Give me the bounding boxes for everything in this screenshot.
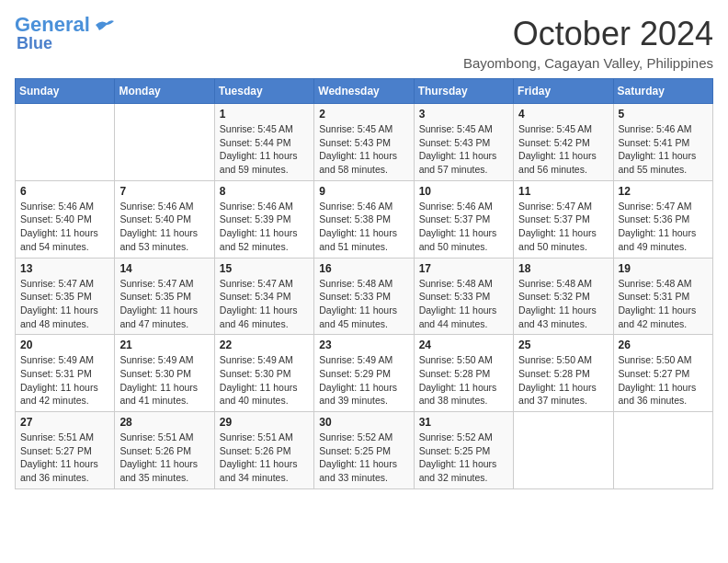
day-detail: Sunrise: 5:48 AMSunset: 5:31 PMDaylight:… (619, 277, 708, 331)
logo-blue-text: Blue (17, 35, 52, 52)
day-detail: Sunrise: 5:47 AMSunset: 5:35 PMDaylight:… (119, 277, 209, 331)
day-number: 28 (119, 416, 209, 429)
calendar-cell (16, 104, 115, 181)
day-number: 13 (20, 262, 109, 275)
calendar-cell: 2Sunrise: 5:45 AMSunset: 5:43 PMDaylight… (314, 104, 414, 181)
calendar-week-row: 6Sunrise: 5:46 AMSunset: 5:40 PMDaylight… (16, 180, 713, 258)
col-thursday: Thursday (414, 79, 513, 104)
day-number: 14 (119, 262, 209, 275)
logo: General Blue (15, 15, 114, 52)
calendar-cell: 31Sunrise: 5:52 AMSunset: 5:25 PMDayligh… (414, 412, 513, 489)
calendar-week-row: 20Sunrise: 5:49 AMSunset: 5:31 PMDayligh… (16, 335, 713, 412)
col-monday: Monday (115, 79, 214, 104)
day-number: 30 (319, 416, 408, 429)
day-detail: Sunrise: 5:48 AMSunset: 5:32 PMDaylight:… (518, 277, 608, 331)
day-number: 23 (319, 339, 408, 351)
calendar-cell: 20Sunrise: 5:49 AMSunset: 5:31 PMDayligh… (16, 335, 115, 412)
calendar-cell: 12Sunrise: 5:47 AMSunset: 5:36 PMDayligh… (613, 180, 712, 258)
day-detail: Sunrise: 5:46 AMSunset: 5:40 PMDaylight:… (119, 200, 209, 254)
calendar-cell: 11Sunrise: 5:47 AMSunset: 5:37 PMDayligh… (514, 180, 613, 258)
day-detail: Sunrise: 5:48 AMSunset: 5:33 PMDaylight:… (419, 277, 508, 331)
day-detail: Sunrise: 5:51 AMSunset: 5:26 PMDaylight:… (220, 431, 309, 485)
day-number: 26 (619, 339, 708, 351)
day-number: 15 (220, 262, 309, 275)
day-detail: Sunrise: 5:46 AMSunset: 5:41 PMDaylight:… (619, 122, 708, 177)
calendar-cell: 14Sunrise: 5:47 AMSunset: 5:35 PMDayligh… (115, 258, 214, 335)
day-detail: Sunrise: 5:48 AMSunset: 5:33 PMDaylight:… (319, 277, 408, 331)
day-number: 10 (419, 185, 508, 198)
day-detail: Sunrise: 5:47 AMSunset: 5:37 PMDaylight:… (518, 200, 608, 254)
calendar-cell (613, 412, 712, 489)
day-detail: Sunrise: 5:46 AMSunset: 5:38 PMDaylight:… (319, 200, 408, 254)
location-text: Bayombong, Cagayan Valley, Philippines (463, 55, 713, 71)
calendar-cell: 21Sunrise: 5:49 AMSunset: 5:30 PMDayligh… (115, 335, 214, 412)
calendar-cell: 16Sunrise: 5:48 AMSunset: 5:33 PMDayligh… (314, 258, 414, 335)
logo-bird-icon (94, 17, 114, 32)
day-number: 5 (619, 108, 708, 121)
calendar-cell: 23Sunrise: 5:49 AMSunset: 5:29 PMDayligh… (314, 335, 414, 412)
day-number: 2 (319, 108, 408, 121)
day-detail: Sunrise: 5:45 AMSunset: 5:44 PMDaylight:… (220, 122, 309, 177)
calendar-cell: 17Sunrise: 5:48 AMSunset: 5:33 PMDayligh… (414, 258, 513, 335)
day-detail: Sunrise: 5:50 AMSunset: 5:28 PMDaylight:… (419, 353, 508, 408)
calendar-cell (514, 412, 613, 489)
day-number: 27 (20, 416, 109, 429)
day-number: 4 (518, 108, 608, 121)
calendar-cell: 30Sunrise: 5:52 AMSunset: 5:25 PMDayligh… (314, 412, 414, 489)
calendar-table: Sunday Monday Tuesday Wednesday Thursday… (15, 78, 713, 489)
calendar-cell: 13Sunrise: 5:47 AMSunset: 5:35 PMDayligh… (16, 258, 115, 335)
day-number: 25 (518, 339, 608, 351)
day-number: 11 (518, 185, 608, 198)
calendar-cell: 4Sunrise: 5:45 AMSunset: 5:42 PMDaylight… (514, 104, 613, 181)
day-number: 20 (20, 339, 109, 351)
day-number: 9 (319, 185, 408, 198)
calendar-cell: 5Sunrise: 5:46 AMSunset: 5:41 PMDaylight… (613, 104, 712, 181)
day-detail: Sunrise: 5:51 AMSunset: 5:27 PMDaylight:… (20, 431, 109, 485)
col-sunday: Sunday (16, 79, 115, 104)
col-saturday: Saturday (613, 79, 712, 104)
calendar-cell: 24Sunrise: 5:50 AMSunset: 5:28 PMDayligh… (414, 335, 513, 412)
calendar-cell: 6Sunrise: 5:46 AMSunset: 5:40 PMDaylight… (16, 180, 115, 258)
calendar-cell: 29Sunrise: 5:51 AMSunset: 5:26 PMDayligh… (214, 412, 313, 489)
day-number: 21 (119, 339, 209, 351)
day-number: 24 (419, 339, 508, 351)
calendar-week-row: 1Sunrise: 5:45 AMSunset: 5:44 PMDaylight… (16, 104, 713, 181)
title-section: October 2024 Bayombong, Cagayan Valley, … (463, 15, 713, 71)
calendar-week-row: 27Sunrise: 5:51 AMSunset: 5:27 PMDayligh… (16, 412, 713, 489)
page-header: General Blue October 2024 Bayombong, Cag… (15, 15, 713, 71)
calendar-cell: 19Sunrise: 5:48 AMSunset: 5:31 PMDayligh… (613, 258, 712, 335)
day-detail: Sunrise: 5:45 AMSunset: 5:42 PMDaylight:… (518, 122, 608, 177)
day-detail: Sunrise: 5:46 AMSunset: 5:39 PMDaylight:… (220, 200, 309, 254)
day-number: 18 (518, 262, 608, 275)
day-number: 8 (220, 185, 309, 198)
calendar-cell: 10Sunrise: 5:46 AMSunset: 5:37 PMDayligh… (414, 180, 513, 258)
col-tuesday: Tuesday (214, 79, 313, 104)
calendar-week-row: 13Sunrise: 5:47 AMSunset: 5:35 PMDayligh… (16, 258, 713, 335)
day-detail: Sunrise: 5:45 AMSunset: 5:43 PMDaylight:… (319, 122, 408, 177)
calendar-cell: 15Sunrise: 5:47 AMSunset: 5:34 PMDayligh… (214, 258, 313, 335)
col-wednesday: Wednesday (314, 79, 414, 104)
day-detail: Sunrise: 5:50 AMSunset: 5:28 PMDaylight:… (518, 353, 608, 408)
day-detail: Sunrise: 5:52 AMSunset: 5:25 PMDaylight:… (419, 431, 508, 485)
calendar-cell: 25Sunrise: 5:50 AMSunset: 5:28 PMDayligh… (514, 335, 613, 412)
day-detail: Sunrise: 5:49 AMSunset: 5:29 PMDaylight:… (319, 353, 408, 408)
calendar-cell: 18Sunrise: 5:48 AMSunset: 5:32 PMDayligh… (514, 258, 613, 335)
logo-text: General (15, 15, 90, 35)
day-number: 12 (619, 185, 708, 198)
calendar-cell: 27Sunrise: 5:51 AMSunset: 5:27 PMDayligh… (16, 412, 115, 489)
day-number: 17 (419, 262, 508, 275)
calendar-header-row: Sunday Monday Tuesday Wednesday Thursday… (16, 79, 713, 104)
day-number: 22 (220, 339, 309, 351)
day-detail: Sunrise: 5:47 AMSunset: 5:36 PMDaylight:… (619, 200, 708, 254)
day-number: 3 (419, 108, 508, 121)
day-detail: Sunrise: 5:47 AMSunset: 5:35 PMDaylight:… (20, 277, 109, 331)
calendar-cell: 28Sunrise: 5:51 AMSunset: 5:26 PMDayligh… (115, 412, 214, 489)
day-detail: Sunrise: 5:49 AMSunset: 5:31 PMDaylight:… (20, 353, 109, 408)
calendar-cell: 9Sunrise: 5:46 AMSunset: 5:38 PMDaylight… (314, 180, 414, 258)
day-detail: Sunrise: 5:51 AMSunset: 5:26 PMDaylight:… (119, 431, 209, 485)
day-detail: Sunrise: 5:50 AMSunset: 5:27 PMDaylight:… (619, 353, 708, 408)
day-number: 16 (319, 262, 408, 275)
calendar-cell (115, 104, 214, 181)
col-friday: Friday (514, 79, 613, 104)
day-number: 19 (619, 262, 708, 275)
